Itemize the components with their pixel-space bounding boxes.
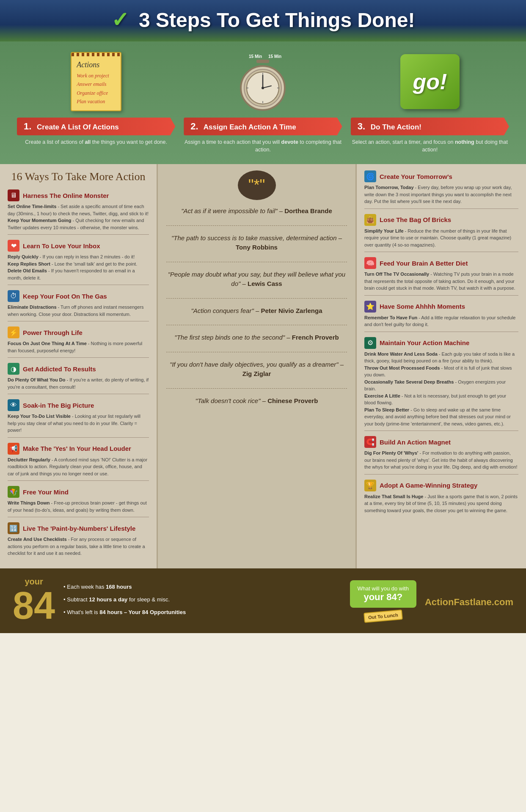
right-tip-body-magnet: Dig For Plenty Of 'Whys' - For motivatio… [364, 450, 518, 471]
step-2: 15 Min 15 Min 2. Assign Each Action A Ti… [184, 50, 342, 154]
left-tip-title-lifestyle: Live The 'Paint-by-Numbers' Lifestyle [23, 525, 135, 532]
step-1: Actions Work on project Answer emails Or… [17, 50, 175, 146]
right-section: 🌀Create Your Tomorrow'sPlan Tomorrow, To… [357, 164, 526, 568]
left-tip-icon-harness: 🖥 [8, 189, 19, 201]
right-tip-icon-tomorrows: 🌀 [364, 170, 376, 182]
footer-bullets: • Each week has 168 hours• Subtract 12 h… [63, 582, 341, 620]
left-tip-gas: ⏱Keep Your Foot On The GasEliminate Dist… [8, 290, 149, 321]
left-tip-header-inbox: ❤Learn To Love Your Inbox [8, 240, 149, 252]
left-tip-header-yes: 📢Make The 'Yes' In Your Head Louder [8, 443, 149, 455]
step-3-desc: Select an action, start a timer, and foc… [351, 139, 509, 154]
left-tip-body-yes: Declutter Regularly - A confused mind sa… [8, 456, 149, 477]
right-tip-icon-moments: ⭐ [364, 301, 376, 313]
left-tip-yes: 📢Make The 'Yes' In Your Head LouderDeclu… [8, 443, 149, 481]
right-tip-header-magnet: 🧲Build An Action Magnet [364, 436, 518, 448]
left-tip-body-inbox: Delete Old Emails - If you haven't respo… [8, 267, 149, 281]
left-tip-body-bigpicture: Keep Your To-Do List Visible - Looking a… [8, 413, 149, 434]
left-tip-body-harness: Set Online Time-limits - Set aside a spe… [8, 203, 149, 217]
quote-text-3: "Action conquers fear" – Peter Nivio Zar… [166, 306, 347, 316]
quote-text-2: "People may doubt what you say, but they… [166, 270, 347, 289]
notepad-line-2: Answer emails [77, 80, 116, 88]
right-tip-body-bricks: Simplify Your Life - Reduce the the numb… [364, 228, 518, 249]
left-tip-title-inbox: Learn To Love Your Inbox [23, 242, 100, 250]
left-tip-body-inbox: Keep Replies Short - Lose the 'small tal… [8, 261, 149, 268]
quote-block-2: "People may doubt what you say, but they… [166, 270, 347, 299]
quote-text-5: "If you don't have daily objectives, you… [166, 360, 347, 379]
quote-block-1: "The path to success is to take massive,… [166, 233, 347, 262]
right-tip-header-tomorrows: 🌀Create Your Tomorrow's [364, 170, 518, 182]
right-tip-magnet: 🧲Build An Action MagnetDig For Plenty Of… [364, 436, 518, 475]
check-icon: ✓ [111, 8, 129, 32]
footer: your 84 • Each week has 168 hours• Subtr… [0, 568, 526, 633]
quotes-container: "Act as if it were impossible to fail" –… [166, 206, 347, 422]
step-3: go! 3. Do The Action! Select an action, … [351, 50, 509, 154]
left-tip-icon-yes: 📢 [8, 443, 19, 455]
left-tip-body-gas: Eliminate Distractions - Turn off phones… [8, 304, 149, 318]
middle-section: "*" "Act as if it were impossible to fai… [157, 164, 357, 568]
timer-svg: 15 Min 15 Min [231, 52, 295, 111]
right-tip-title-bricks: Lose The Bag Of Bricks [380, 216, 451, 223]
right-tip-title-machine: Maintain Your Action Machine [380, 339, 469, 346]
right-tip-body-strategy: Realize That Small Is Huge - Just like a… [364, 493, 518, 514]
footer-cta-text1: What will you do with [358, 585, 409, 592]
left-section: 16 Ways To Take More Action 🖥Harness The… [0, 164, 157, 568]
left-tip-header-addicted: ◑Get Addicted To Results [8, 363, 149, 375]
svg-text:15 Min: 15 Min [268, 54, 281, 59]
left-tip-icon-addicted: ◑ [8, 363, 19, 375]
footer-cta: What will you do with your 84? [350, 580, 416, 608]
notepad-line-4: Plan vacation [77, 97, 116, 106]
right-tip-icon-bricks: 👜 [364, 214, 376, 226]
footer-domain: ActionFastlane.com [425, 597, 513, 608]
quote-block-4: "The first step binds one to the second"… [166, 333, 347, 352]
right-tip-title-tomorrows: Create Your Tomorrow's [380, 173, 452, 180]
left-tip-title-addicted: Get Addicted To Results [23, 365, 96, 373]
right-tip-body-machine: Drink More Water And Less Soda - Each gu… [364, 351, 518, 365]
footer-number: 84 [13, 587, 55, 625]
right-tip-icon-diet: 🧠 [364, 257, 376, 269]
left-tips-container: 🖥Harness The Online MonsterSet Online Ti… [8, 189, 149, 557]
go-text: go! [413, 69, 447, 94]
right-tip-body-machine: Plan To Sleep Better - Go to sleep and w… [364, 406, 518, 428]
right-tip-diet: 🧠Feed Your Brain A Better DietTurn Off T… [364, 257, 518, 296]
left-tip-inbox: ❤Learn To Love Your InboxReply Quickly -… [8, 240, 149, 285]
left-tip-icon-bigpicture: 👁 [8, 399, 19, 411]
quote-marks-icon: "*" [248, 178, 265, 193]
quote-block-5: "If you don't have daily objectives, you… [166, 360, 347, 389]
quote-text-1: "The path to success is to take massive,… [166, 233, 347, 252]
left-tip-body-addicted: Do Plenty Of What You Do - If you're a w… [8, 376, 149, 390]
left-tip-title-bigpicture: Soak-in The Big Picture [23, 402, 94, 409]
quote-block-3: "Action conquers fear" – Peter Nivio Zar… [166, 306, 347, 326]
right-tip-machine: ⚙Maintain Your Action MachineDrink More … [364, 337, 518, 431]
go-button-icon: go! [400, 54, 460, 109]
footer-bullet-2: • What's left is 84 hours – Your 84 Oppo… [63, 607, 341, 618]
right-tip-header-bricks: 👜Lose The Bag Of Bricks [364, 214, 518, 226]
step-2-icon: 15 Min 15 Min [229, 50, 297, 113]
right-tip-body-machine: Occasionally Take Several Deep Breaths -… [364, 379, 518, 392]
step-2-label: 2. Assign Each Action A Time [184, 118, 342, 135]
right-tip-header-diet: 🧠Feed Your Brain A Better Diet [364, 257, 518, 269]
quote-block-6: "Talk doesn't cook rice" – Chinese Prove… [166, 396, 347, 415]
left-tip-harness: 🖥Harness The Online MonsterSet Online Ti… [8, 189, 149, 235]
right-tip-tomorrows: 🌀Create Your Tomorrow'sPlan Tomorrow, To… [364, 170, 518, 209]
steps-section: Actions Work on project Answer emails Or… [0, 41, 526, 164]
quote-text-6: "Talk doesn't cook rice" – Chinese Prove… [166, 396, 347, 406]
left-tip-title-power: Power Through Life [23, 329, 83, 336]
footer-bullet-0: • Each week has 168 hours [63, 582, 341, 593]
left-tip-header-gas: ⏱Keep Your Foot On The Gas [8, 290, 149, 302]
left-tip-icon-mind: 🪁 [8, 486, 19, 498]
notepad-line-1: Work on project [77, 71, 116, 80]
header: ✓ 3 Steps To Get Things Done! [0, 0, 526, 41]
left-tip-lifestyle: 🔢Live The 'Paint-by-Numbers' LifestyleCr… [8, 522, 149, 557]
right-tip-header-strategy: 🏆Adopt A Game-Winning Strategy [364, 480, 518, 491]
header-title: ✓ 3 Steps To Get Things Done! [13, 8, 513, 32]
step-1-label: 1. Create A List Of Actions [17, 118, 175, 135]
left-tip-icon-gas: ⏱ [8, 290, 19, 302]
step-2-desc: Assign a time to each action that you wi… [184, 139, 342, 154]
left-tip-title-harness: Harness The Online Monster [23, 192, 109, 199]
left-tip-icon-lifestyle: 🔢 [8, 522, 19, 534]
quote-block-0: "Act as if it were impossible to fail" –… [166, 206, 347, 226]
step-3-label: 3. Do The Action! [351, 118, 509, 135]
right-tip-title-moments: Have Some Ahhhh Moments [380, 303, 465, 310]
left-tip-header-lifestyle: 🔢Live The 'Paint-by-Numbers' Lifestyle [8, 522, 149, 534]
timer-icon: 15 Min 15 Min [231, 52, 295, 111]
